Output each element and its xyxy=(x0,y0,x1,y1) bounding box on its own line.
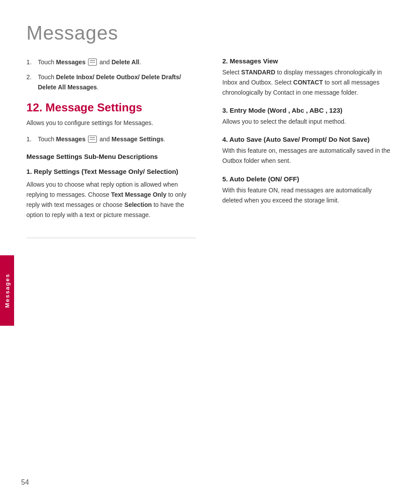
right-section-5-body: With this feature ON, read messages are … xyxy=(222,185,392,206)
main-content: Messages 1. Touch Messages and Delete Al… xyxy=(26,22,405,504)
messages-icon-1 xyxy=(88,59,97,66)
right-section-2-body: Select STANDARD to display messages chro… xyxy=(222,67,392,98)
right-section-2-title: 2. Messages View xyxy=(222,57,392,65)
submenu-heading: Message Settings Sub-Menu Descriptions xyxy=(26,152,196,162)
right-section-5-title: 5. Auto Delete (ON/ OFF) xyxy=(222,175,392,183)
right-section-3-body: Allows you to select the default input m… xyxy=(222,117,392,127)
section-item-1-content: Touch Messages and Message Settings. xyxy=(38,134,196,144)
intro-item-1: 1. Touch Messages and Delete All. xyxy=(26,57,196,67)
sidebar-tab-label: Messages xyxy=(4,273,11,308)
right-section-4-body: With this feature on, messages are autom… xyxy=(222,146,392,166)
section-item-1-bold2: Message Settings xyxy=(111,136,163,143)
page-title: Messages xyxy=(26,22,392,44)
intro-item-1-number: 1. xyxy=(26,57,35,67)
sub-section-1-bold1: Text Message Only xyxy=(111,191,166,198)
two-column-layout: 1. Touch Messages and Delete All. 2. Tou… xyxy=(26,57,392,242)
right-section-3: 3. Entry Mode (Word , Abc , ABC , 123) A… xyxy=(222,107,392,127)
page: Messages 54 Messages 1. Touch Messages a… xyxy=(0,0,420,504)
intro-item-1-content: Touch Messages and Delete All. xyxy=(38,57,196,67)
messages-icon-2 xyxy=(88,136,97,143)
intro-item-1-bold2: Delete All xyxy=(111,59,139,66)
contact-bold: CONTACT xyxy=(293,79,323,86)
section-item-1-bold1: Messages xyxy=(56,136,85,143)
intro-item-2-bold: Delete Inbox/ Delete Outbox/ Delete Draf… xyxy=(38,74,181,90)
right-section-5: 5. Auto Delete (ON/ OFF) With this featu… xyxy=(222,175,392,206)
sub-section-1-bold2: Selection xyxy=(125,201,152,208)
intro-item-2: 2. Touch Delete Inbox/ Delete Outbox/ De… xyxy=(26,72,196,92)
right-section-2: 2. Messages View Select STANDARD to disp… xyxy=(222,57,392,98)
bottom-divider xyxy=(26,238,196,238)
intro-item-2-number: 2. xyxy=(26,72,35,92)
right-section-3-title: 3. Entry Mode (Word , Abc , ABC , 123) xyxy=(222,107,392,114)
section-item-1-number: 1. xyxy=(26,134,35,144)
right-section-4-title: 4. Auto Save (Auto Save/ Prompt/ Do Not … xyxy=(222,136,392,143)
intro-item-2-content: Touch Delete Inbox/ Delete Outbox/ Delet… xyxy=(38,72,196,92)
left-column: 1. Touch Messages and Delete All. 2. Tou… xyxy=(26,57,200,242)
page-number: 54 xyxy=(21,478,29,486)
right-column: 2. Messages View Select STANDARD to disp… xyxy=(218,57,392,242)
sidebar-tab: Messages xyxy=(0,255,14,326)
section-intro: Allows you to configure settings for Mes… xyxy=(26,118,196,128)
right-section-4: 4. Auto Save (Auto Save/ Prompt/ Do Not … xyxy=(222,136,392,166)
sub-section-1: 1. Reply Settings (Text Message Only/ Se… xyxy=(26,167,196,220)
section-item-1: 1. Touch Messages and Message Settings. xyxy=(26,134,196,144)
sub-section-1-title: 1. Reply Settings (Text Message Only/ Se… xyxy=(26,167,196,177)
standard-bold: STANDARD xyxy=(241,69,276,76)
intro-item-1-bold1: Messages xyxy=(56,59,85,66)
section-heading: 12. Message Settings xyxy=(26,101,196,114)
sub-section-1-body: Allows you to choose what reply option i… xyxy=(26,180,196,220)
